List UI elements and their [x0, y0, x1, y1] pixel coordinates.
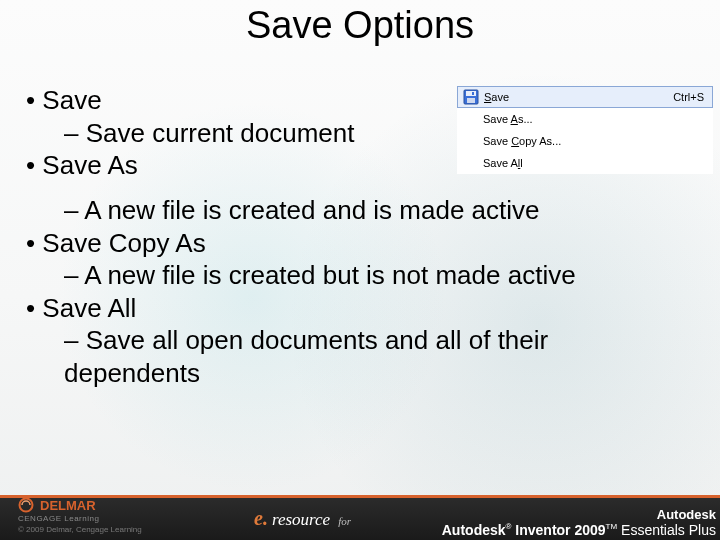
menu-label-save-as: Save As... — [483, 113, 705, 125]
blank-icon — [461, 132, 479, 150]
menu-shortcut-save: Ctrl+S — [663, 91, 704, 103]
bullet-save-copy-as-desc: A new file is created but is not made ac… — [64, 259, 686, 292]
delmar-logo: DELMAR — [18, 497, 96, 513]
blank-icon — [461, 110, 479, 128]
copyright-text: © 2009 Delmar, Cengage Learning — [18, 525, 142, 534]
bullet-save-copy-as: Save Copy As — [26, 227, 686, 260]
svg-rect-2 — [467, 98, 475, 103]
bullet-save-all-desc: Save all open documents and all of their… — [64, 324, 686, 389]
slide-title: Save Options — [0, 4, 720, 47]
bullet-save-desc: Save current document — [64, 117, 456, 150]
bullet-save: Save — [26, 84, 456, 117]
menu-label-save-all: Save All — [483, 157, 705, 169]
content-lower: A new file is created and is made active… — [26, 194, 686, 389]
delmar-text: DELMAR — [40, 498, 96, 513]
product-full-name: Autodesk® Inventor 2009TM Essentials Plu… — [360, 522, 716, 538]
svg-rect-1 — [466, 91, 476, 96]
eresource-logo: e.resource for — [254, 507, 351, 530]
bullet-save-all: Save All — [26, 292, 686, 325]
delmar-block: DELMAR CENGAGE Learning © 2009 Delmar, C… — [18, 497, 142, 534]
menu-item-save[interactable]: Save Ctrl+S — [457, 86, 713, 108]
eresource-word: resource — [272, 510, 330, 530]
delmar-subtext: CENGAGE Learning — [18, 514, 99, 523]
svg-rect-3 — [472, 92, 474, 95]
content-upper: Save Save current document Save As — [26, 84, 456, 182]
bullet-save-as-desc: A new file is created and is made active — [64, 194, 686, 227]
autodesk-word: Autodesk — [657, 507, 716, 522]
menu-label-save-copy-as: Save Copy As... — [483, 135, 705, 147]
menu-label-save: Save — [484, 91, 663, 103]
eresource-for: for — [338, 515, 351, 527]
floppy-icon — [462, 88, 480, 106]
slide: Save Options Save Save current document … — [0, 0, 720, 540]
blank-icon — [461, 154, 479, 172]
menu-item-save-as[interactable]: Save As... — [457, 108, 713, 130]
delmar-swirl-icon — [18, 497, 34, 513]
eresource-e: e. — [254, 507, 268, 530]
bullet-save-as: Save As — [26, 149, 456, 182]
menu-item-save-all[interactable]: Save All — [457, 152, 713, 174]
menu-item-save-copy-as[interactable]: Save Copy As... — [457, 130, 713, 152]
product-line: Autodesk Autodesk® Inventor 2009TM Essen… — [360, 507, 716, 538]
save-menu: Save Ctrl+S Save As... Save Copy As... S… — [457, 86, 713, 174]
footer: DELMAR CENGAGE Learning © 2009 Delmar, C… — [0, 474, 720, 540]
